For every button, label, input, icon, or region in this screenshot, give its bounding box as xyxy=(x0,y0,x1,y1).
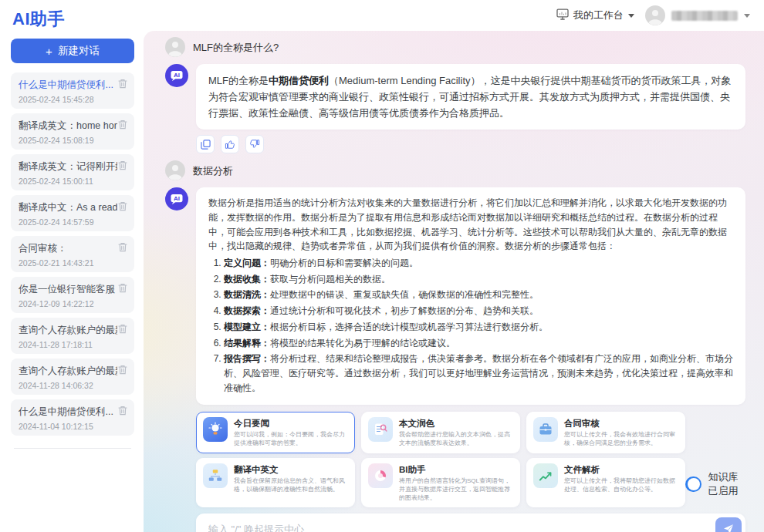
history-time: 2025-02-21 14:43:21 xyxy=(19,258,127,268)
step-item: 定义问题：明确分析的目标和需要解决的问题。 xyxy=(224,256,733,271)
step-desc: 处理数据中的错误、重复或缺失值，确保数据的准确性和完整性。 xyxy=(270,289,539,300)
step-term: 数据探索： xyxy=(224,305,270,316)
translate-icon xyxy=(203,463,228,488)
step-item: 数据探索：通过统计分析和可视化技术，初步了解数据的分布、趋势和关联。 xyxy=(224,304,733,318)
card-desc: 将用户的自然语言转化为SQL查询语句，并直接与数据库进行交互，返回智能推荐的图表… xyxy=(399,477,513,502)
trash-icon[interactable] xyxy=(118,200,127,214)
send-button[interactable] xyxy=(715,517,742,532)
card-translate[interactable]: 翻译中英文 我会旨在保留原始信息的含义、语气和风格，以确保翻译的准确性和自然流畅… xyxy=(196,458,355,507)
step-desc: 通过统计分析和可视化技术，初步了解数据的分布、趋势和关联。 xyxy=(270,305,539,316)
card-desc: 您可以问我，例如：今日要闻，我会尽力提供准确和可靠的答案。 xyxy=(234,431,348,448)
history-time: 2025-02-24 15:45:28 xyxy=(19,95,127,104)
svg-text:AI: AI xyxy=(174,72,180,79)
briefcase-icon xyxy=(533,417,558,442)
thumbs-up-button[interactable] xyxy=(221,135,239,153)
trash-icon[interactable] xyxy=(118,241,127,255)
card-text-polish[interactable]: 本文润色 我会帮助您进行您输入的文本润色，提高文本的流畅度和表达效果。 xyxy=(361,412,520,453)
history-item[interactable]: 合同审核： 2025-02-21 14:43:21 xyxy=(11,236,134,272)
ai-avatar: AI xyxy=(165,64,188,87)
user-menu[interactable] xyxy=(645,5,750,25)
card-bi-assistant[interactable]: BI助手 将用户的自然语言转化为SQL查询语句，并直接与数据库进行交互，返回智能… xyxy=(361,458,520,507)
user-avatar xyxy=(165,37,185,57)
card-title: 翻译中英文 xyxy=(234,464,348,476)
new-chat-label: 新建对话 xyxy=(58,44,100,58)
step-item: 数据收集：获取与分析问题相关的数据。 xyxy=(224,272,733,287)
step-item: 报告撰写：将分析过程、结果和结论整理成报告，供决策者参考。数据分析在各个领域都有… xyxy=(224,352,733,395)
history-time: 2024-12-09 14:22:12 xyxy=(19,299,127,308)
step-term: 结果解释： xyxy=(224,338,270,348)
history-item[interactable]: 翻译成英文：记得刚开始... 2025-02-24 15:00:11 xyxy=(11,154,134,190)
step-term: 模型建立： xyxy=(224,322,270,332)
user-message: MLF的全称是什么? xyxy=(165,37,745,57)
knowledge-base-label: 知识库已启用 xyxy=(708,470,744,498)
user-message: 数据分析 xyxy=(165,160,745,180)
card-today-news[interactable]: 今日要闻 您可以问我，例如：今日要闻，我会尽力提供准确和可靠的答案。 xyxy=(196,412,355,453)
chevron-down-icon xyxy=(628,14,634,18)
history-item[interactable]: 查询个人存款账户的最新... 2024-11-28 14:06:32 xyxy=(11,359,134,395)
history-title: 查询个人存款账户的最新... xyxy=(19,324,117,337)
trash-icon[interactable] xyxy=(118,160,127,173)
pie-chart-icon xyxy=(368,463,393,488)
card-desc: 您可以上传文件，我会有效地进行合同审核，确保合同满足您的业务需求。 xyxy=(564,431,678,448)
trash-icon[interactable] xyxy=(118,364,127,378)
ai-text: 数据分析是指用适当的统计分析方法对收集来的大量数据进行分析，将它们加以汇总和理解… xyxy=(208,197,727,251)
history-time: 2025-02-24 15:08:19 xyxy=(19,136,127,145)
card-desc: 我会旨在保留原始信息的含义、语气和风格，以确保翻译的准确性和自然流畅。 xyxy=(234,477,348,494)
sidebar: AI助手 + 新建对话 什么是中期借贷便利... 2025-02-24 15:4… xyxy=(0,0,144,532)
trash-icon[interactable] xyxy=(118,119,127,133)
thumbs-down-button[interactable] xyxy=(245,135,264,153)
step-term: 定义问题： xyxy=(224,258,270,268)
new-chat-button[interactable]: + 新建对话 xyxy=(11,39,134,63)
card-title: 今日要闻 xyxy=(234,418,348,429)
step-term: 数据清洗： xyxy=(224,289,270,300)
history-time: 2025-02-24 15:00:11 xyxy=(19,177,127,186)
knowledge-base-toggle[interactable]: 知识库已启用 xyxy=(685,470,744,498)
history-title: 合同审核： xyxy=(19,242,67,255)
history-title: 翻译成中文：As a reader... xyxy=(19,201,117,214)
history-item[interactable]: 查询个人存款账户的最新... 2024-11-28 17:18:11 xyxy=(11,318,134,354)
trash-icon[interactable] xyxy=(118,323,127,337)
user-message-text: 数据分析 xyxy=(193,160,233,180)
svg-text:AI: AI xyxy=(174,195,180,202)
history-title: 翻译成英文：记得刚开始... xyxy=(19,160,117,173)
toggle-switch[interactable] xyxy=(685,476,701,492)
skill-cards-area: 今日要闻 您可以问我，例如：今日要闻，我会尽力提供准确和可靠的答案。 本文润色 … xyxy=(196,412,745,507)
card-desc: 您可以上传文件，我将帮助您进行如数据处理、信息检索、自动化办公等。 xyxy=(564,477,678,494)
history-time: 2024-11-04 10:12:15 xyxy=(19,422,127,431)
toggle-knob xyxy=(688,478,700,490)
history-title: 你是一位银行智能客服，... xyxy=(19,283,117,296)
chevron-down-icon xyxy=(744,14,750,18)
card-title: BI助手 xyxy=(399,464,513,476)
history-time: 2024-11-28 14:06:32 xyxy=(19,381,127,390)
card-contract-review[interactable]: 合同审核 您可以上传文件，我会有效地进行合同审核，确保合同满足您的业务需求。 xyxy=(526,412,685,453)
prompt-input[interactable] xyxy=(208,524,715,532)
step-item: 数据清洗：处理数据中的错误、重复或缺失值，确保数据的准确性和完整性。 xyxy=(224,288,733,302)
step-term: 报告撰写： xyxy=(224,353,270,364)
copy-button[interactable] xyxy=(196,135,215,153)
step-desc: 将分析过程、结果和结论整理成报告，供决策者参考。数据分析在各个领域都有广泛的应用… xyxy=(224,353,733,392)
ai-text: MLF的全称是 xyxy=(208,75,269,86)
card-file-parse[interactable]: 文件解析 您可以上传文件，我将帮助您进行如数据处理、信息检索、自动化办公等。 xyxy=(526,458,685,507)
history-item[interactable]: 什么是中期借贷便利... 2025-02-24 15:45:28 xyxy=(11,72,134,109)
card-title: 文件解析 xyxy=(564,464,678,476)
workspace-label: 我的工作台 xyxy=(573,8,624,22)
history-title: 查询个人存款账户的最新... xyxy=(19,365,117,378)
trash-icon[interactable] xyxy=(118,282,127,296)
lightbulb-icon xyxy=(203,417,228,442)
steps-list: 定义问题：明确分析的目标和需要解决的问题。 数据收集：获取与分析问题相关的数据。… xyxy=(224,256,733,395)
user-avatar xyxy=(645,5,665,25)
trash-icon[interactable] xyxy=(118,405,127,419)
skill-cards-grid: 今日要闻 您可以问我，例如：今日要闻，我会尽力提供准确和可靠的答案。 本文润色 … xyxy=(196,412,685,507)
history-item[interactable]: 什么是中期借贷便利... 2024-11-04 10:12:15 xyxy=(11,399,134,436)
history-item[interactable]: 翻译成中文：As a reader... 2025-02-24 14:57:59 xyxy=(11,195,134,231)
ai-message-bubble: 数据分析是指用适当的统计分析方法对收集来的大量数据进行分析，将它们加以汇总和理解… xyxy=(196,187,745,405)
workspace-menu[interactable]: 我的工作台 xyxy=(556,8,634,22)
history-divider xyxy=(14,448,131,449)
history-item[interactable]: 你是一位银行智能客服，... 2024-12-09 14:22:12 xyxy=(11,277,134,313)
history-item[interactable]: 翻译成英文：home home 2025-02-24 15:08:19 xyxy=(11,113,134,150)
composer xyxy=(196,513,745,532)
ai-message: AI 数据分析是指用适当的统计分析方法对收集来的大量数据进行分析，将它们加以汇总… xyxy=(165,187,745,405)
plus-icon: + xyxy=(46,45,52,58)
ai-message-bubble: MLF的全称是中期借贷便利（Medium-term Lending Facili… xyxy=(196,64,745,130)
trash-icon[interactable] xyxy=(118,78,127,92)
